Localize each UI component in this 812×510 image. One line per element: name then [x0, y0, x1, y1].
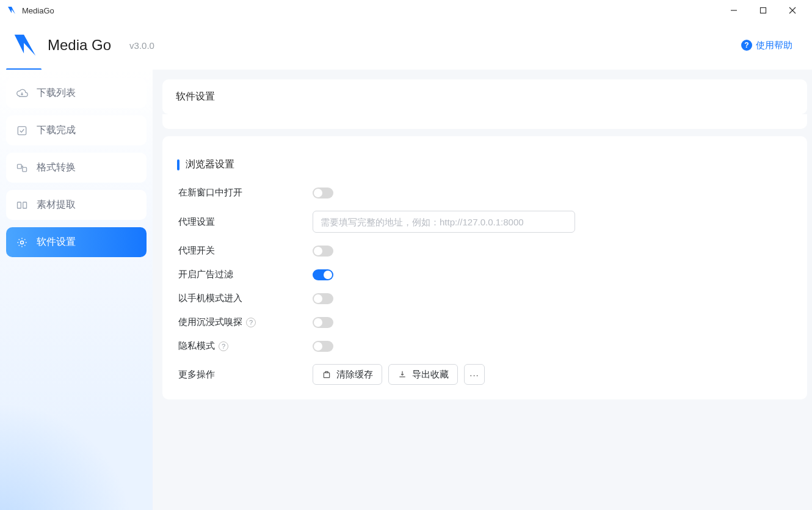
window-maximize[interactable]	[749, 0, 778, 21]
mobile-mode-label: 以手机模式进入	[178, 293, 313, 304]
sidebar-item-label: 下载完成	[37, 124, 76, 137]
export-favorites-button[interactable]: 导出收藏	[388, 364, 458, 385]
help-icon: ?	[741, 40, 752, 51]
clear-cache-button[interactable]: 清除缓存	[313, 364, 382, 385]
window-close[interactable]	[778, 0, 807, 21]
more-actions-label: 更多操作	[178, 369, 313, 381]
button-label: 清除缓存	[336, 369, 373, 381]
gear-icon	[16, 236, 28, 249]
help-button[interactable]: ? 使用帮助	[733, 36, 801, 55]
svg-rect-5	[18, 164, 22, 169]
ad-filter-label: 开启广告过滤	[178, 269, 313, 280]
version-label: v3.0.0	[129, 40, 154, 51]
window-minimize[interactable]	[719, 0, 749, 21]
mobile-mode-toggle[interactable]	[313, 293, 333, 304]
extract-icon	[16, 199, 28, 211]
svg-rect-1	[761, 8, 766, 13]
titlebar-app-name: MediaGo	[22, 6, 54, 15]
svg-rect-7	[18, 202, 21, 208]
svg-point-9	[21, 241, 24, 244]
sidebar-item-label: 软件设置	[37, 236, 76, 249]
clear-icon	[322, 370, 332, 379]
proxy-url-input[interactable]	[313, 211, 575, 233]
app-logo-small	[6, 4, 18, 16]
convert-icon	[16, 162, 28, 174]
ellipsis-icon: ···	[469, 370, 479, 380]
proxy-switch-label: 代理开关	[178, 245, 313, 257]
sidebar-item-extract[interactable]: 素材提取	[6, 190, 147, 220]
sidebar: 下载列表 下载完成 格式转换 素材提取 软件设置	[0, 70, 153, 510]
titlebar: MediaGo	[0, 0, 812, 21]
settings-card-general: 关闭主窗口 关闭 最小化到托盘	[162, 114, 807, 129]
immersive-sniff-label: 使用沉浸式嗅探 ?	[178, 316, 313, 328]
check-square-icon	[16, 125, 28, 137]
help-button-label: 使用帮助	[756, 40, 792, 51]
svg-rect-8	[23, 202, 27, 208]
sidebar-item-completed[interactable]: 下载完成	[6, 115, 147, 145]
sidebar-item-label: 格式转换	[37, 161, 76, 174]
header: Media Go v3.0.0 ? 使用帮助	[0, 21, 812, 70]
cloud-download-icon	[16, 87, 28, 100]
brand-name: Media Go	[48, 37, 111, 54]
privacy-mode-toggle[interactable]	[313, 341, 333, 352]
more-button[interactable]: ···	[464, 364, 485, 385]
sidebar-item-label: 素材提取	[37, 199, 76, 211]
proxy-switch-toggle[interactable]	[313, 246, 333, 257]
page-title: 软件设置	[162, 79, 807, 114]
ad-filter-toggle[interactable]	[313, 269, 333, 280]
settings-card-browser: 浏览器设置 在新窗口中打开 代理设置 代理开关 开启广告过滤	[162, 136, 807, 399]
app-logo	[11, 31, 39, 59]
svg-rect-4	[18, 126, 26, 134]
main-content: 软件设置 关闭主窗口 关闭 最小化到托盘 浏览器设置	[153, 70, 812, 510]
section-title: 浏览器设置	[165, 147, 805, 175]
proxy-settings-label: 代理设置	[178, 216, 313, 228]
svg-rect-6	[23, 167, 27, 172]
section-bar	[177, 159, 179, 170]
button-label: 导出收藏	[412, 369, 449, 381]
info-icon[interactable]: ?	[246, 318, 256, 327]
sidebar-item-label: 下载列表	[37, 87, 76, 100]
svg-rect-10	[324, 373, 329, 377]
privacy-mode-label: 隐私模式 ?	[178, 340, 313, 352]
privacy-mode-text: 隐私模式	[178, 340, 215, 352]
sidebar-item-settings[interactable]: 软件设置	[6, 227, 147, 257]
open-new-window-label: 在新窗口中打开	[178, 187, 313, 199]
section-title-text: 浏览器设置	[186, 158, 234, 171]
export-icon	[397, 370, 407, 379]
open-new-window-toggle[interactable]	[313, 188, 333, 199]
settings-scroll-area[interactable]: 关闭主窗口 关闭 最小化到托盘 浏览器设置 在新窗口中打开	[162, 114, 812, 510]
immersive-sniff-text: 使用沉浸式嗅探	[178, 316, 242, 328]
sidebar-item-convert[interactable]: 格式转换	[6, 153, 147, 183]
info-icon[interactable]: ?	[219, 341, 228, 351]
sidebar-item-downloads[interactable]: 下载列表	[6, 78, 147, 108]
immersive-sniff-toggle[interactable]	[313, 317, 333, 328]
